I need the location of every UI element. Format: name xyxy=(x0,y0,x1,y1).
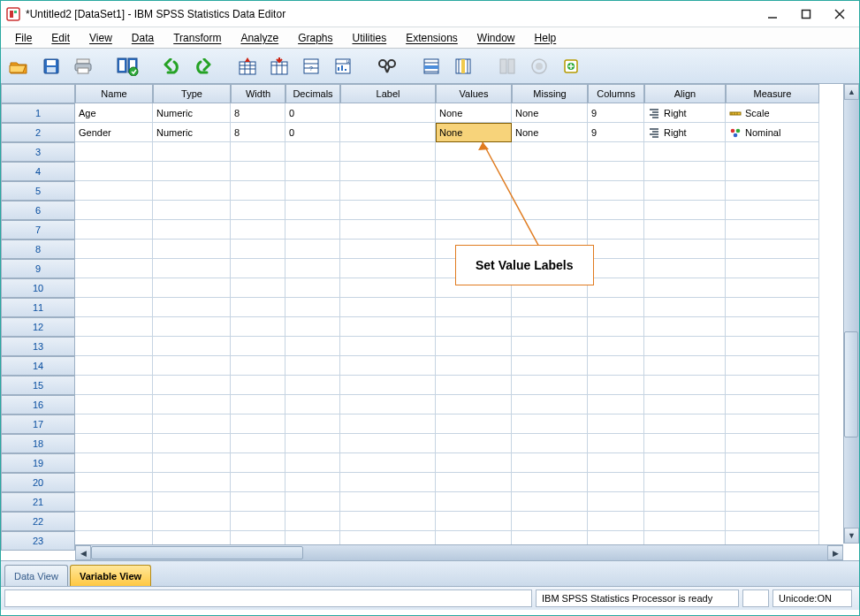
redo-icon[interactable] xyxy=(190,53,217,80)
cell-empty[interactable] xyxy=(436,492,512,512)
row-header[interactable]: 7 xyxy=(1,220,75,240)
cell-missing[interactable]: None xyxy=(512,103,588,123)
cell-empty[interactable] xyxy=(436,317,512,337)
cell-empty[interactable] xyxy=(231,395,285,414)
cell-empty[interactable] xyxy=(436,473,512,492)
cell-empty[interactable] xyxy=(436,395,512,414)
cell-empty[interactable] xyxy=(588,201,644,220)
row-header[interactable]: 12 xyxy=(1,317,75,337)
cell-empty[interactable] xyxy=(153,298,231,317)
cell-empty[interactable] xyxy=(340,259,436,278)
row-header[interactable]: 1 xyxy=(1,103,75,123)
cell-empty[interactable] xyxy=(153,201,231,220)
row-header[interactable]: 15 xyxy=(1,376,75,395)
cell-values[interactable]: None xyxy=(436,103,512,123)
cell-empty[interactable] xyxy=(436,453,512,473)
row-header[interactable]: 11 xyxy=(1,298,75,317)
cell-empty[interactable] xyxy=(285,356,340,376)
maximize-button[interactable] xyxy=(797,5,815,23)
cell-empty[interactable] xyxy=(588,414,644,434)
cell-empty[interactable] xyxy=(340,201,436,220)
cell-empty[interactable] xyxy=(285,492,340,512)
cell-empty[interactable] xyxy=(644,201,726,220)
cell-empty[interactable] xyxy=(231,434,285,453)
cell-empty[interactable] xyxy=(644,142,726,162)
cell-empty[interactable] xyxy=(285,201,340,220)
cell-empty[interactable] xyxy=(726,473,819,492)
col-header-align[interactable]: Align xyxy=(644,84,726,103)
cell-type[interactable]: Numeric xyxy=(153,123,231,142)
cell-empty[interactable] xyxy=(285,337,340,356)
minimize-button[interactable] xyxy=(764,5,781,23)
find-icon[interactable] xyxy=(374,53,400,80)
row-header[interactable]: 2 xyxy=(1,123,75,142)
cell-empty[interactable] xyxy=(340,278,436,298)
row-header[interactable]: 8 xyxy=(1,240,75,259)
cell-empty[interactable] xyxy=(726,278,819,298)
cell-empty[interactable] xyxy=(153,395,231,414)
cell-empty[interactable] xyxy=(726,240,819,259)
open-icon[interactable] xyxy=(6,53,33,80)
cell-empty[interactable] xyxy=(153,453,231,473)
cell-empty[interactable] xyxy=(285,259,340,278)
cell-empty[interactable] xyxy=(512,512,588,531)
cell-empty[interactable] xyxy=(588,376,644,395)
cell-empty[interactable] xyxy=(153,278,231,298)
cell-empty[interactable] xyxy=(588,434,644,453)
scroll-left-button[interactable]: ◀ xyxy=(75,545,91,560)
menu-data[interactable]: Data xyxy=(123,29,163,47)
cell-empty[interactable] xyxy=(588,356,644,376)
cell-empty[interactable] xyxy=(512,395,588,414)
scroll-thumb[interactable] xyxy=(844,331,858,437)
cell-empty[interactable] xyxy=(436,414,512,434)
select-cases-icon[interactable] xyxy=(558,53,584,80)
cell-empty[interactable] xyxy=(436,162,512,181)
cell-empty[interactable] xyxy=(153,142,231,162)
cell-empty[interactable] xyxy=(340,220,436,240)
cell-empty[interactable] xyxy=(75,162,153,181)
row-header[interactable]: 13 xyxy=(1,337,75,356)
cell-label[interactable] xyxy=(340,123,436,142)
cell-empty[interactable] xyxy=(436,298,512,317)
cell-empty[interactable] xyxy=(75,492,153,512)
cell-empty[interactable] xyxy=(231,278,285,298)
row-header[interactable]: 14 xyxy=(1,356,75,376)
cell-empty[interactable] xyxy=(153,220,231,240)
cell-empty[interactable] xyxy=(588,181,644,201)
cell-empty[interactable] xyxy=(588,240,644,259)
cell-empty[interactable] xyxy=(644,337,726,356)
cell-empty[interactable] xyxy=(231,356,285,376)
cell-empty[interactable] xyxy=(231,142,285,162)
row-header[interactable]: 4 xyxy=(1,162,75,181)
insert-cases-icon[interactable] xyxy=(418,53,445,80)
cell-type[interactable]: Numeric xyxy=(153,103,231,123)
cell-empty[interactable] xyxy=(340,337,436,356)
row-header[interactable]: 5 xyxy=(1,181,75,201)
cell-empty[interactable] xyxy=(75,181,153,201)
cell-empty[interactable] xyxy=(512,376,588,395)
cell-empty[interactable] xyxy=(644,434,726,453)
cell-measure[interactable]: Nominal xyxy=(726,123,819,142)
cell-name[interactable]: Age xyxy=(75,103,153,123)
cell-empty[interactable] xyxy=(75,395,153,414)
row-header[interactable]: 22 xyxy=(1,512,75,531)
cell-empty[interactable] xyxy=(644,240,726,259)
cell-empty[interactable] xyxy=(726,181,819,201)
cell-empty[interactable] xyxy=(340,473,436,492)
cell-measure[interactable]: Scale xyxy=(726,103,819,123)
cell-empty[interactable] xyxy=(726,298,819,317)
cell-empty[interactable] xyxy=(340,356,436,376)
cell-empty[interactable] xyxy=(285,376,340,395)
vertical-scrollbar[interactable]: ▲ ▼ xyxy=(843,84,859,544)
menu-graphs[interactable]: Graphs xyxy=(289,29,341,47)
cell-empty[interactable] xyxy=(285,278,340,298)
cell-empty[interactable] xyxy=(231,414,285,434)
cell-values[interactable]: None xyxy=(436,123,512,142)
cell-empty[interactable] xyxy=(588,162,644,181)
cell-empty[interactable] xyxy=(726,259,819,278)
cell-empty[interactable] xyxy=(644,220,726,240)
cell-empty[interactable] xyxy=(644,376,726,395)
cell-empty[interactable] xyxy=(153,473,231,492)
cell-align[interactable]: Right xyxy=(644,103,726,123)
cell-decimals[interactable]: 0 xyxy=(285,123,340,142)
